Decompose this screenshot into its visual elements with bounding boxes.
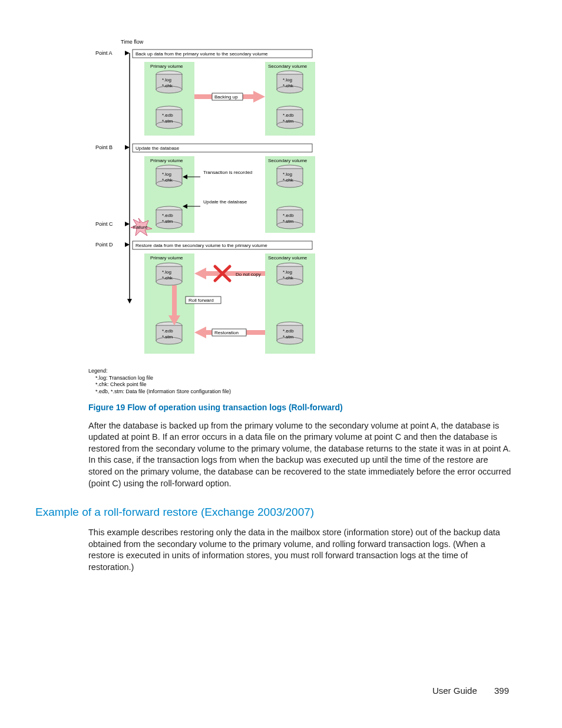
- cylinder-icon: *.edb *.stm: [277, 106, 303, 129]
- cylinder-icon: *.log *.chk: [156, 263, 182, 285]
- svg-marker-1: [127, 299, 132, 304]
- cylinder-icon: *.edb *.stm: [277, 206, 303, 229]
- svg-text:*.stm: *.stm: [162, 118, 173, 124]
- point-d: Point D: [95, 242, 113, 248]
- cylinder-icon: *.edb *.stm: [277, 322, 303, 344]
- svg-text:*.stm: *.stm: [283, 219, 294, 224]
- backing-label: Backing up: [214, 94, 238, 100]
- svg-marker-4: [125, 222, 130, 226]
- cylinder-icon: *.log *.chk: [277, 263, 303, 285]
- secondary-label-b: Secondary volume: [268, 158, 308, 163]
- svg-text:*.edb: *.edb: [162, 213, 173, 218]
- section-heading: Example of a roll-forward restore (Excha…: [35, 506, 512, 519]
- step-a-text: Back up data from the primary volume to …: [135, 51, 268, 57]
- svg-text:*.log: *.log: [283, 269, 292, 275]
- cylinder-icon: *.edb *.stm: [156, 206, 182, 229]
- secondary-label-d: Secondary volume: [268, 255, 308, 261]
- footer-page: 399: [494, 686, 509, 696]
- svg-text:*.edb: *.edb: [283, 213, 294, 218]
- legend-line: *.edb, *.stm: Data file (Information Sto…: [95, 388, 512, 396]
- restoration-label: Restoration: [214, 330, 239, 335]
- svg-text:*.log: *.log: [162, 172, 171, 177]
- legend-line: *.log: Transaction log file: [95, 375, 512, 382]
- cylinder-icon: *.log *.chk: [156, 165, 182, 187]
- step-b-text: Update the database: [135, 146, 180, 151]
- svg-text:*.stm: *.stm: [283, 118, 294, 124]
- timeflow-label: Time flow: [121, 39, 144, 45]
- paragraph-1: After the database is backed up from the…: [88, 420, 512, 489]
- svg-text:*.chk: *.chk: [283, 275, 294, 281]
- cylinder-icon: *.edb *.stm: [156, 322, 182, 344]
- point-b: Point B: [95, 144, 113, 150]
- svg-marker-3: [125, 145, 130, 150]
- figure-caption: Figure 19 Flow of operation using transa…: [88, 403, 512, 412]
- step-d-text: Restore data from the secondary volume t…: [135, 243, 267, 248]
- legend-title: Legend:: [88, 368, 512, 375]
- footer-doc: User Guide: [432, 686, 477, 696]
- svg-text:*.chk: *.chk: [162, 177, 173, 183]
- cylinder-icon: *.log *.chk: [156, 71, 182, 93]
- rollfwd-label: Roll forward: [189, 298, 214, 303]
- notcopy-label: Do not copy: [236, 272, 261, 277]
- svg-marker-2: [125, 51, 130, 55]
- svg-marker-5: [125, 242, 130, 247]
- svg-text:*.edb: *.edb: [283, 328, 294, 334]
- svg-text:*.log: *.log: [283, 77, 292, 83]
- primary-label-d: Primary volume: [150, 255, 183, 261]
- svg-text:*.chk: *.chk: [283, 177, 294, 183]
- legend-line: *.chk: Check point file: [95, 381, 512, 388]
- svg-text:*.log: *.log: [283, 172, 292, 177]
- cylinder-icon: *.log *.chk: [277, 71, 303, 93]
- page-footer: User Guide 399: [432, 686, 509, 696]
- trans-recorded: Transaction is recorded: [203, 170, 252, 175]
- point-c: Point C: [95, 221, 113, 227]
- primary-label-b: Primary volume: [150, 158, 183, 163]
- cylinder-icon: *.log *.chk: [277, 165, 303, 187]
- cylinder-icon: *.edb *.stm: [156, 106, 182, 129]
- svg-text:*.stm: *.stm: [283, 334, 294, 340]
- secondary-label-a: Secondary volume: [268, 64, 308, 69]
- primary-label-a: Primary volume: [150, 64, 183, 69]
- svg-text:*.edb: *.edb: [162, 113, 173, 118]
- update-db: Update the database: [203, 199, 247, 205]
- svg-text:*.chk: *.chk: [283, 83, 294, 88]
- failure-label: Failure: [133, 225, 148, 230]
- svg-text:*.chk: *.chk: [162, 83, 173, 88]
- svg-text:*.stm: *.stm: [162, 219, 173, 224]
- svg-text:*.chk: *.chk: [162, 275, 173, 281]
- paragraph-2: This example describes restoring only th…: [88, 527, 512, 573]
- svg-text:*.stm: *.stm: [162, 334, 173, 340]
- flow-diagram: Time flow Point A Point B Point C Point …: [88, 35, 336, 365]
- svg-text:*.log: *.log: [162, 77, 171, 83]
- svg-text:*.log: *.log: [162, 269, 171, 275]
- point-a: Point A: [95, 50, 113, 56]
- svg-text:*.edb: *.edb: [162, 328, 173, 334]
- svg-text:*.edb: *.edb: [283, 113, 294, 118]
- legend: Legend: *.log: Transaction log file *.ch…: [88, 368, 512, 396]
